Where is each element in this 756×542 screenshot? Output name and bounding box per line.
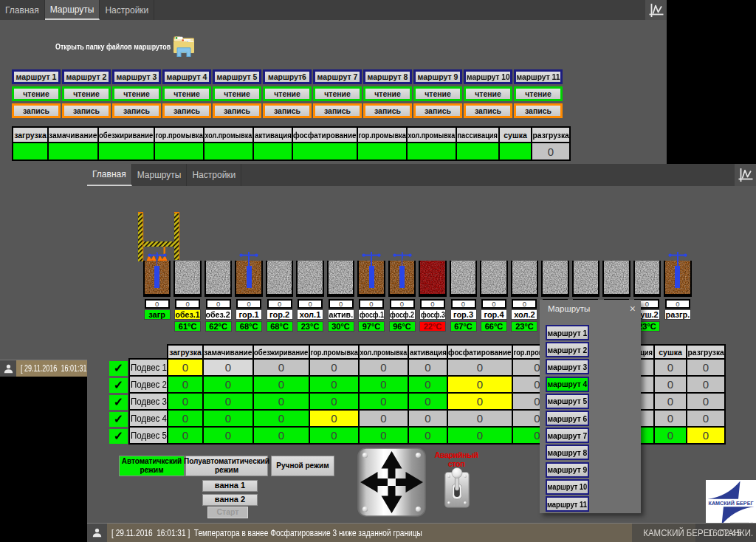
route-button-7[interactable]: маршрут 7 xyxy=(313,69,362,84)
popup-route-button-3[interactable]: маршрут 3 xyxy=(546,359,589,374)
tank-hidden-14[interactable] xyxy=(572,261,600,297)
podves-cell[interactable]: 0 xyxy=(653,375,687,394)
podves-cell[interactable]: 0 xyxy=(653,426,687,445)
podves-check[interactable]: ✓ xyxy=(109,429,128,444)
podves-cell[interactable]: 0 xyxy=(686,392,726,411)
write-button-10[interactable]: запись xyxy=(464,103,512,118)
tank-хол.2[interactable] xyxy=(511,261,539,297)
read-button-10[interactable]: чтение xyxy=(464,86,512,101)
route-button-3[interactable]: маршрут 3 xyxy=(112,69,161,84)
tank-hidden-13[interactable] xyxy=(541,261,569,297)
podves-cell[interactable]: 0 xyxy=(653,409,687,428)
podves-cell[interactable]: 0 xyxy=(252,375,310,394)
write-button-4[interactable]: запись xyxy=(162,103,211,118)
podves-cell[interactable]: 0 xyxy=(358,392,409,411)
read-button-11[interactable]: чтение xyxy=(514,86,563,101)
podves-cell[interactable]: 0 xyxy=(309,375,360,394)
write-button-8[interactable]: запись xyxy=(363,103,412,118)
trend-chart-button[interactable] xyxy=(735,164,756,186)
tank-гор.3[interactable] xyxy=(450,261,478,297)
tab-3[interactable]: Настройки xyxy=(100,0,154,20)
read-button-9[interactable]: чтение xyxy=(413,86,462,101)
podves-cell[interactable]: 0 xyxy=(167,409,204,428)
read-button-2[interactable]: чтение xyxy=(62,86,111,101)
tab-1[interactable]: Главная xyxy=(87,164,132,186)
podves-cell[interactable]: 0 xyxy=(309,392,360,411)
tab-3[interactable]: Настройки xyxy=(187,164,241,186)
route-button-10[interactable]: маршрут 10 xyxy=(464,69,512,84)
podves-cell[interactable]: 0 xyxy=(252,358,310,377)
route-button-9[interactable]: маршрут 9 xyxy=(413,69,462,84)
podves-check[interactable]: ✓ xyxy=(109,395,128,410)
podves-check[interactable]: ✓ xyxy=(109,412,128,427)
bath-button-1[interactable]: ванна 1 xyxy=(202,480,258,492)
podves-cell[interactable]: 0 xyxy=(358,409,409,428)
read-button-5[interactable]: чтение xyxy=(213,86,261,101)
podves-cell[interactable]: 0 xyxy=(408,375,448,394)
podves-cell[interactable]: 0 xyxy=(202,358,254,377)
podves-cell[interactable]: 0 xyxy=(202,409,254,428)
tank-хол.1[interactable] xyxy=(296,261,324,297)
popup-route-button-5[interactable]: маршрут 5 xyxy=(546,394,589,409)
podves-cell[interactable]: 0 xyxy=(447,375,513,394)
podves-cell[interactable]: 0 xyxy=(309,426,360,445)
write-button-3[interactable]: запись xyxy=(112,103,161,118)
tab-2[interactable]: Маршруты xyxy=(45,0,100,20)
mode-button-1[interactable]: Автоматичкский режим xyxy=(119,456,185,476)
podves-cell[interactable]: 0 xyxy=(408,426,448,445)
write-button-6[interactable]: запись xyxy=(263,103,312,118)
podves-cell[interactable]: 0 xyxy=(252,392,310,411)
tank-гор.2[interactable] xyxy=(266,261,294,297)
podves-cell[interactable]: 0 xyxy=(309,358,360,377)
write-button-9[interactable]: запись xyxy=(413,103,462,118)
read-button-8[interactable]: чтение xyxy=(363,86,412,101)
podves-cell[interactable]: 0 xyxy=(653,358,687,377)
popup-route-button-7[interactable]: маршрут 7 xyxy=(546,428,589,443)
podves-cell[interactable]: 0 xyxy=(408,392,448,411)
podves-cell[interactable]: 0 xyxy=(686,409,726,428)
podves-cell[interactable]: 0 xyxy=(358,426,409,445)
tank-hidden-15[interactable] xyxy=(602,261,630,297)
podves-cell[interactable]: 0 xyxy=(447,392,513,411)
folder-icon[interactable] xyxy=(173,34,195,58)
podves-cell[interactable]: 0 xyxy=(202,375,254,394)
podves-cell[interactable]: 0 xyxy=(408,409,448,428)
read-button-6[interactable]: чтение xyxy=(263,86,312,101)
route-button-6[interactable]: маршрут6 xyxy=(263,69,312,84)
podves-cell[interactable]: 0 xyxy=(167,375,204,394)
read-button-7[interactable]: чтение xyxy=(313,86,362,101)
write-button-1[interactable]: запись xyxy=(12,103,61,118)
write-button-2[interactable]: запись xyxy=(62,103,111,118)
mode-button-3[interactable]: Ручной режим xyxy=(271,456,334,476)
trend-chart-button[interactable] xyxy=(645,0,667,20)
popup-route-button-6[interactable]: маршрут 6 xyxy=(546,411,589,426)
close-icon[interactable]: × xyxy=(630,303,636,315)
podves-cell[interactable]: 0 xyxy=(252,426,310,445)
popup-route-button-4[interactable]: маршрут 4 xyxy=(546,377,589,392)
read-button-3[interactable]: чтение xyxy=(112,86,161,101)
podves-cell[interactable]: 0 xyxy=(202,392,254,411)
podves-check[interactable]: ✓ xyxy=(109,361,128,376)
popup-route-button-8[interactable]: маршрут 8 xyxy=(546,445,589,460)
tank-актив.[interactable] xyxy=(327,261,355,297)
popup-route-button-2[interactable]: маршрут 2 xyxy=(546,342,589,357)
podves-cell[interactable]: 0 xyxy=(653,392,687,411)
tank-гор.4[interactable] xyxy=(480,261,508,297)
read-button-1[interactable]: чтение xyxy=(12,86,61,101)
mode-button-2[interactable]: Полуавтоматитический режим xyxy=(185,456,268,476)
tank-фосф.3[interactable] xyxy=(419,261,447,297)
tank-обез.1[interactable] xyxy=(173,261,202,297)
podves-cell[interactable]: 0 xyxy=(358,375,409,394)
read-button-4[interactable]: чтение xyxy=(162,86,211,101)
emergency-switch[interactable] xyxy=(444,465,470,508)
podves-cell[interactable]: 0 xyxy=(167,392,204,411)
podves-cell[interactable]: 0 xyxy=(686,426,726,445)
podves-cell[interactable]: 0 xyxy=(408,358,448,377)
route-button-2[interactable]: маршрут 2 xyxy=(62,69,111,84)
tank-суш.2[interactable] xyxy=(633,261,662,297)
podves-cell[interactable]: 0 xyxy=(686,358,726,377)
popup-route-button-9[interactable]: маршрут 9 xyxy=(546,462,589,478)
bath-button-2[interactable]: ванна 2 xyxy=(202,494,258,506)
podves-cell[interactable]: 0 xyxy=(202,426,254,445)
podves-cell[interactable]: 0 xyxy=(447,358,513,377)
